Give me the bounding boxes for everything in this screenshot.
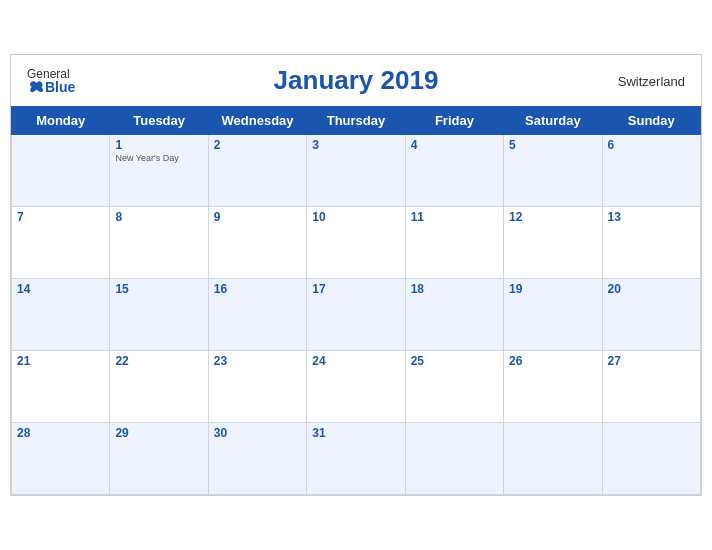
- calendar-cell: 15: [110, 279, 208, 351]
- day-headers-row: MondayTuesdayWednesdayThursdayFridaySatu…: [12, 107, 701, 135]
- day-number: 14: [17, 282, 104, 296]
- calendar-cell: 19: [504, 279, 602, 351]
- calendar-cell: 3: [307, 135, 405, 207]
- day-number: 6: [608, 138, 695, 152]
- calendar-cell: 14: [12, 279, 110, 351]
- calendar-cell: 21: [12, 351, 110, 423]
- calendar-wrapper: General Blue January 2019 Switzerland Mo…: [10, 54, 702, 496]
- day-number: 10: [312, 210, 399, 224]
- day-number: 12: [509, 210, 596, 224]
- calendar-cell: 4: [405, 135, 503, 207]
- day-number: 11: [411, 210, 498, 224]
- calendar-cell: 12: [504, 207, 602, 279]
- day-number: 21: [17, 354, 104, 368]
- calendar-cell: 31: [307, 423, 405, 495]
- calendar-cell: 10: [307, 207, 405, 279]
- day-number: 31: [312, 426, 399, 440]
- day-header-thursday: Thursday: [307, 107, 405, 135]
- day-number: 28: [17, 426, 104, 440]
- week-row-4: 21222324252627: [12, 351, 701, 423]
- week-row-5: 28293031: [12, 423, 701, 495]
- calendar-cell: 20: [602, 279, 700, 351]
- day-number: 26: [509, 354, 596, 368]
- logo-bird-icon: [27, 80, 43, 94]
- day-number: 9: [214, 210, 301, 224]
- calendar-cell: [602, 423, 700, 495]
- calendar-cell: 24: [307, 351, 405, 423]
- calendar-cell: 9: [208, 207, 306, 279]
- day-number: 2: [214, 138, 301, 152]
- calendar-cell: [504, 423, 602, 495]
- calendar-cell: [12, 135, 110, 207]
- calendar-cell: 16: [208, 279, 306, 351]
- calendar-cell: 29: [110, 423, 208, 495]
- calendar-cell: 22: [110, 351, 208, 423]
- calendar-cell: 28: [12, 423, 110, 495]
- week-row-2: 78910111213: [12, 207, 701, 279]
- day-header-monday: Monday: [12, 107, 110, 135]
- calendar-cell: 23: [208, 351, 306, 423]
- calendar-title: January 2019: [274, 65, 439, 96]
- calendar-cell: 6: [602, 135, 700, 207]
- calendar-cell: 11: [405, 207, 503, 279]
- calendar-header: General Blue January 2019 Switzerland: [11, 55, 701, 106]
- day-number: 25: [411, 354, 498, 368]
- day-number: 19: [509, 282, 596, 296]
- logo-blue-text: Blue: [27, 80, 75, 94]
- holiday-label: New Year's Day: [115, 153, 202, 163]
- day-number: 29: [115, 426, 202, 440]
- day-number: 20: [608, 282, 695, 296]
- calendar-cell: 7: [12, 207, 110, 279]
- day-number: 5: [509, 138, 596, 152]
- calendar-cell: [405, 423, 503, 495]
- day-number: 15: [115, 282, 202, 296]
- day-header-wednesday: Wednesday: [208, 107, 306, 135]
- day-number: 24: [312, 354, 399, 368]
- day-number: 30: [214, 426, 301, 440]
- day-number: 13: [608, 210, 695, 224]
- calendar-cell: 1New Year's Day: [110, 135, 208, 207]
- day-number: 3: [312, 138, 399, 152]
- day-number: 16: [214, 282, 301, 296]
- calendar-cell: 27: [602, 351, 700, 423]
- calendar-cell: 2: [208, 135, 306, 207]
- logo: General Blue: [27, 68, 75, 94]
- calendar-cell: 25: [405, 351, 503, 423]
- calendar-cell: 18: [405, 279, 503, 351]
- day-header-sunday: Sunday: [602, 107, 700, 135]
- day-number: 23: [214, 354, 301, 368]
- week-row-3: 14151617181920: [12, 279, 701, 351]
- day-header-tuesday: Tuesday: [110, 107, 208, 135]
- day-number: 4: [411, 138, 498, 152]
- calendar-cell: 8: [110, 207, 208, 279]
- day-number: 27: [608, 354, 695, 368]
- day-number: 17: [312, 282, 399, 296]
- day-number: 18: [411, 282, 498, 296]
- day-header-saturday: Saturday: [504, 107, 602, 135]
- calendar-cell: 17: [307, 279, 405, 351]
- calendar-cell: 13: [602, 207, 700, 279]
- calendar-cell: 30: [208, 423, 306, 495]
- day-number: 1: [115, 138, 202, 152]
- week-row-1: 1New Year's Day23456: [12, 135, 701, 207]
- day-number: 22: [115, 354, 202, 368]
- calendar-cell: 5: [504, 135, 602, 207]
- calendar-grid: MondayTuesdayWednesdayThursdayFridaySatu…: [11, 106, 701, 495]
- day-header-friday: Friday: [405, 107, 503, 135]
- calendar-cell: 26: [504, 351, 602, 423]
- day-number: 7: [17, 210, 104, 224]
- country-label: Switzerland: [618, 73, 685, 88]
- day-number: 8: [115, 210, 202, 224]
